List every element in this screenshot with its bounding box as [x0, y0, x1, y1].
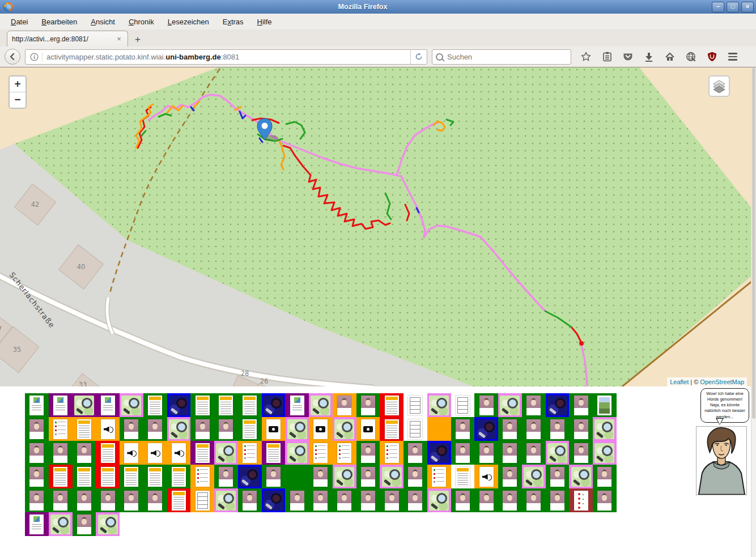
gallery-cell[interactable]: [451, 441, 475, 465]
gallery-cell[interactable]: [498, 441, 522, 465]
gallery-cell[interactable]: [474, 441, 498, 465]
tab-activitymapper[interactable]: http://activi...erg.de:8081/ ×: [7, 31, 128, 46]
gallery-cell[interactable]: [214, 417, 238, 441]
gallery-cell[interactable]: [498, 465, 522, 488]
gallery-cell[interactable]: [380, 465, 404, 488]
back-button[interactable]: [5, 49, 20, 65]
menu-lesezeichen[interactable]: Lesezeichen: [162, 15, 215, 28]
gallery-cell[interactable]: [167, 441, 191, 465]
gallery-cell[interactable]: [73, 488, 96, 512]
url-bar[interactable]: activitymapper.static.potato.kinf.wiai.u…: [25, 49, 427, 65]
gallery-cell[interactable]: [309, 465, 333, 488]
gallery-cell[interactable]: [309, 488, 333, 512]
maximize-button[interactable]: □: [727, 2, 739, 12]
bookmarks-menu-button[interactable]: [601, 51, 613, 62]
gallery-cell[interactable]: [238, 441, 262, 465]
gallery-cell[interactable]: [49, 465, 73, 488]
gallery-cell[interactable]: [569, 465, 593, 488]
gallery-cell[interactable]: [546, 393, 570, 417]
gallery-cell[interactable]: [404, 488, 427, 512]
gallery-cell[interactable]: [285, 488, 309, 512]
gallery-cell[interactable]: [593, 393, 617, 417]
gallery-cell[interactable]: [285, 441, 309, 465]
gallery-cell[interactable]: [96, 512, 120, 536]
layers-control[interactable]: [708, 75, 730, 97]
gallery-cell[interactable]: [569, 441, 593, 465]
gallery-cell[interactable]: [333, 393, 356, 417]
site-info-icon[interactable]: [30, 53, 39, 61]
search-input[interactable]: [446, 52, 567, 62]
close-button[interactable]: ×: [741, 2, 754, 12]
gallery-cell[interactable]: [380, 441, 404, 465]
gallery-cell[interactable]: [285, 465, 309, 488]
gallery-cell[interactable]: [546, 441, 570, 465]
gallery-cell[interactable]: [546, 417, 570, 441]
gallery-cell[interactable]: [143, 441, 167, 465]
gallery-cell[interactable]: [143, 417, 167, 441]
gallery-cell[interactable]: [427, 441, 451, 465]
gallery-cell[interactable]: [143, 465, 167, 488]
gallery-cell[interactable]: [427, 465, 451, 488]
gallery-cell[interactable]: [546, 488, 570, 512]
tab-close-icon[interactable]: ×: [115, 35, 123, 43]
gallery-cell[interactable]: [73, 393, 96, 417]
gallery-cell[interactable]: [73, 512, 96, 536]
gallery-cell[interactable]: [25, 417, 49, 441]
gallery-cell[interactable]: [96, 393, 120, 417]
gallery-cell[interactable]: [262, 465, 286, 488]
menu-chronik[interactable]: Chronik: [122, 15, 160, 28]
gallery-cell[interactable]: [214, 465, 238, 488]
gallery-cell[interactable]: [25, 393, 49, 417]
ublock-button[interactable]: [706, 51, 717, 62]
gallery-cell[interactable]: [427, 488, 451, 512]
gallery-cell[interactable]: [262, 393, 286, 417]
page-scrollbar[interactable]: [751, 67, 756, 557]
gallery-cell[interactable]: [285, 417, 309, 441]
url-text[interactable]: activitymapper.static.potato.kinf.wiai.u…: [46, 53, 410, 61]
gallery-cell[interactable]: [238, 417, 262, 441]
leaflet-link[interactable]: Leaflet: [670, 379, 689, 385]
gallery-cell[interactable]: [427, 417, 451, 441]
gallery-cell[interactable]: [25, 488, 49, 512]
gallery-cell[interactable]: [356, 488, 380, 512]
gallery-cell[interactable]: [190, 465, 214, 488]
gallery-cell[interactable]: [593, 465, 617, 488]
pocket-button[interactable]: [622, 51, 634, 62]
gallery-cell[interactable]: [49, 393, 73, 417]
gallery-cell[interactable]: [522, 465, 546, 488]
gallery-cell[interactable]: [214, 488, 238, 512]
gallery-cell[interactable]: [380, 417, 404, 441]
new-tab-button[interactable]: +: [128, 34, 147, 46]
gallery-cell[interactable]: [309, 417, 333, 441]
gallery-cell[interactable]: [120, 393, 143, 417]
gallery-cell[interactable]: [96, 441, 120, 465]
menu-ansicht[interactable]: Ansicht: [84, 15, 121, 28]
gallery-cell[interactable]: [262, 417, 286, 441]
gallery-cell[interactable]: [73, 417, 96, 441]
gallery-cell[interactable]: [593, 488, 617, 512]
gallery-cell[interactable]: [262, 488, 286, 512]
zoom-in-button[interactable]: +: [10, 76, 26, 92]
gallery-cell[interactable]: [474, 465, 498, 488]
gallery-cell[interactable]: [569, 393, 593, 417]
gallery-cell[interactable]: [120, 488, 143, 512]
search-bar[interactable]: [432, 49, 571, 65]
gallery-cell[interactable]: [498, 393, 522, 417]
zoom-out-button[interactable]: −: [10, 92, 26, 108]
gallery-cell[interactable]: [73, 465, 96, 488]
gallery-cell[interactable]: [49, 512, 73, 536]
gallery-cell[interactable]: [25, 465, 49, 488]
gallery-cell[interactable]: [380, 393, 404, 417]
gallery-cell[interactable]: [474, 393, 498, 417]
menu-datei[interactable]: Datei: [5, 15, 34, 28]
gallery-cell[interactable]: [356, 417, 380, 441]
downloads-button[interactable]: [643, 51, 655, 62]
gallery-cell[interactable]: [214, 441, 238, 465]
gallery-cell[interactable]: [190, 441, 214, 465]
gallery-cell[interactable]: [451, 488, 475, 512]
gallery-cell[interactable]: [522, 393, 546, 417]
gallery-cell[interactable]: [546, 465, 570, 488]
reload-button[interactable]: [410, 50, 427, 64]
gallery-cell[interactable]: [73, 441, 96, 465]
gallery-cell[interactable]: [262, 441, 286, 465]
